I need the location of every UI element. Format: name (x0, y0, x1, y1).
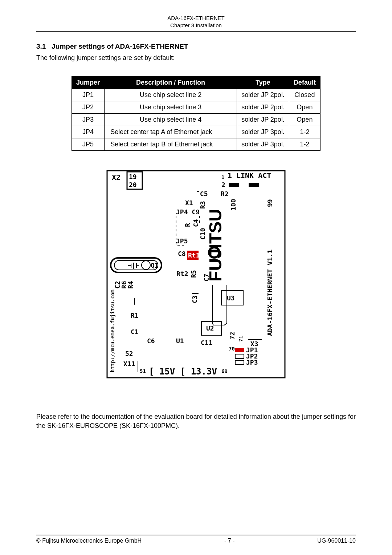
svg-point-7 (142, 261, 150, 270)
table-row: JP3 Use chip select line 4 solder JP 2po… (72, 114, 320, 126)
section-number: 3.1 (36, 42, 46, 50)
section-title-text: Jumper settings of ADA-16FX-ETHERNET (52, 42, 188, 50)
label-69: 69 (221, 368, 228, 374)
label-c31: C3| (191, 291, 199, 303)
cell-default: Closed (289, 89, 320, 101)
label-72: 72 (228, 332, 236, 340)
label-x1: X1 (185, 199, 193, 207)
footer-right: UG-960011-10 (317, 538, 356, 544)
footer-left: © Fujitsu Microelectronics Europe GmbH (36, 538, 142, 544)
cell-default: Open (289, 114, 320, 126)
page-footer: © Fujitsu Microelectronics Europe GmbH -… (36, 535, 356, 544)
th-default: Default (289, 77, 320, 89)
svg-rect-12 (235, 354, 244, 358)
label-u1: U1 (176, 337, 184, 345)
label-r5: R5 (190, 270, 197, 278)
label-jp5: JP5 (176, 237, 188, 245)
label-r: R (184, 223, 191, 227)
label-rt1: Rt1 (188, 251, 200, 259)
jumper-table-wrap: Jumper Description / Function Type Defau… (36, 76, 356, 151)
th-jumper: Jumper (72, 77, 105, 89)
th-description: Description / Function (105, 77, 237, 89)
cell-jumper: JP1 (72, 89, 105, 101)
svg-rect-13 (235, 360, 244, 365)
label-pin-20: 20 (129, 181, 137, 189)
label-two: 2 (221, 181, 225, 189)
cell-type: solder JP 3pol. (237, 126, 289, 138)
label-url: http://mcu.emea.fujitsu.com (110, 289, 115, 372)
label-c5: ¯C5 (196, 190, 208, 198)
label-rectleft: ⊣|⊦ (128, 262, 139, 269)
header-line-1: ADA-16FX-ETHERNET (36, 15, 356, 22)
table-row: JP1 Use chip select line 2 solder JP 2po… (72, 89, 320, 101)
label-fujitsu: FUJITSU (206, 209, 225, 281)
board-diagram: .bt { font-family: monospace; font-size:… (105, 169, 287, 380)
label-jp3: JP3 (246, 358, 258, 366)
cell-type: solder JP 3pol. (237, 138, 289, 151)
label-15v: [ 15V [ 13.3V (149, 366, 217, 377)
label-r3: R3 (199, 201, 207, 209)
label-100: 100 (229, 199, 237, 211)
page: ADA-16FX-ETHERNET Chapter 3 Installation… (0, 0, 392, 555)
cell-type: solder JP 2pol. (237, 114, 289, 126)
svg-rect-11 (235, 348, 244, 352)
fujitsu-logo: FUJITSU (206, 209, 225, 281)
cell-desc: Use chip select line 4 (105, 114, 237, 126)
label-x11: X11 (123, 360, 135, 368)
table-header-row: Jumper Description / Function Type Defau… (72, 77, 320, 89)
label-rt2: Rt2 (176, 270, 188, 278)
cell-jumper: JP2 (72, 101, 105, 114)
svg-rect-3 (249, 183, 259, 187)
cell-default: 1-2 (289, 126, 320, 138)
section-heading: 3.1 Jumper settings of ADA-16FX-ETHERNET (36, 42, 356, 50)
th-type: Type (237, 77, 289, 89)
label-c8: C8 (178, 250, 186, 258)
cell-desc: Use chip select line 3 (105, 101, 237, 114)
cell-jumper: JP3 (72, 114, 105, 126)
label-u3: U3 (227, 294, 235, 302)
label-c4: C4 (192, 219, 200, 227)
label-c6: C6 (147, 337, 155, 345)
label-jp4c9: JP4 C9 (176, 208, 200, 216)
label-r4: R4 (127, 281, 134, 289)
cell-desc: Use chip select line 2 (105, 89, 237, 101)
label-c10: C10 (199, 228, 207, 240)
table-row: JP5 Select center tap B of Ethernet jack… (72, 138, 320, 151)
page-header: ADA-16FX-ETHERNET Chapter 3 Installation (36, 15, 356, 32)
label-board: ADA-16FX-ETHERNET V1.1 (266, 250, 274, 336)
label-70: 70 (229, 346, 235, 352)
label-u2: U2 (206, 324, 214, 332)
cell-type: solder JP 2pol. (237, 101, 289, 114)
cell-type: solder JP 2pol. (237, 89, 289, 101)
cell-jumper: JP5 (72, 138, 105, 151)
cell-default: 1-2 (289, 138, 320, 151)
jumper-table: Jumper Description / Function Type Defau… (72, 76, 320, 151)
label-r1: R1 (131, 312, 139, 319)
cell-jumper: JP4 (72, 126, 105, 138)
label-c11: C11 (201, 339, 213, 347)
label-99: 99 (266, 199, 274, 207)
label-c1: C1 (131, 328, 139, 336)
label-71: 71 (238, 336, 244, 342)
label-51: 51 (140, 368, 146, 374)
header-line-2: Chapter 3 Installation (36, 22, 356, 29)
intro-text: The following jumper settings are set by… (36, 54, 356, 62)
label-pin-19: 19 (129, 173, 137, 181)
note-text: Please refer to the documentation of the… (36, 412, 356, 430)
label-vbar: | (132, 297, 136, 305)
cell-desc: Select center tap B of Ethernet jack (105, 138, 237, 151)
label-x2: X2 (112, 173, 121, 182)
table-row: JP4 Select center tap A of Ethernet jack… (72, 126, 320, 138)
table-row: JP2 Use chip select line 3 solder JP 2po… (72, 101, 320, 114)
label-link-act: 1 1 LINK ACT (221, 171, 271, 180)
svg-rect-2 (229, 183, 239, 187)
footer-center: - 7 - (224, 538, 234, 544)
cell-desc: Select center tap A of Ethernet jack (105, 126, 237, 138)
label-52: 52 (125, 350, 133, 357)
label-q1: Q1 (151, 262, 159, 269)
label-r2: R2 (221, 190, 229, 198)
cell-default: Open (289, 101, 320, 114)
